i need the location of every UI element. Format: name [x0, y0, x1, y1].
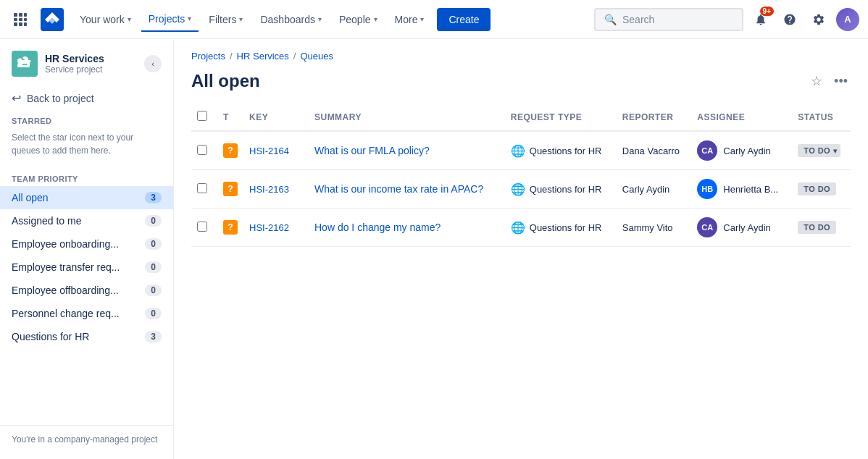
status-badge[interactable]: TO DO [798, 182, 836, 195]
issue-summary[interactable]: What is our FMLA policy? [314, 145, 430, 156]
svg-rect-8 [24, 22, 27, 26]
request-type-label: Questions for HR [530, 222, 602, 233]
project-icon [12, 51, 38, 77]
svg-rect-6 [14, 22, 17, 26]
app-switcher-button[interactable] [9, 8, 32, 31]
svg-rect-1 [19, 13, 22, 17]
col-reporter: Reporter [617, 104, 692, 131]
issue-key[interactable]: HSI-2163 [249, 184, 289, 195]
nav-filters[interactable]: Filters ▾ [201, 8, 250, 31]
svg-rect-7 [19, 22, 22, 26]
main-content: Projects / HR Services / Queues All open… [174, 39, 868, 459]
request-type-label: Questions for HR [530, 184, 602, 195]
nav-people[interactable]: People ▾ [332, 8, 385, 31]
star-button[interactable]: ☆ [808, 70, 825, 92]
sidebar-item-employee-offboarding[interactable]: Employee offboarding... 0 [0, 279, 173, 302]
topnav-right-section: 🔍 Search 9+ A [594, 8, 859, 31]
issue-summary[interactable]: How do I change my name? [314, 222, 441, 233]
search-placeholder: Search [622, 14, 654, 25]
svg-rect-4 [19, 18, 22, 21]
sidebar-project-info: HR Services Service project [45, 53, 137, 75]
col-assignee: Assignee [691, 104, 792, 131]
status-badge[interactable]: TO DO [798, 221, 836, 234]
assignee-name: Henrietta B... [723, 184, 778, 195]
sidebar: HR Services Service project ‹ ↩ Back to … [0, 39, 174, 459]
user-avatar[interactable]: A [836, 8, 859, 31]
team-priority-section-title: TEAM PRIORITY [0, 166, 173, 186]
col-type: T [217, 104, 243, 131]
issue-summary[interactable]: What is our income tax rate in APAC? [314, 183, 483, 195]
assignee-avatar: CA [697, 217, 717, 237]
sidebar-item-employee-transfer[interactable]: Employee transfer req... 0 [0, 256, 173, 279]
svg-rect-3 [14, 18, 17, 21]
nav-your-work[interactable]: Your work ▾ [72, 8, 138, 31]
search-icon: 🔍 [604, 14, 617, 25]
project-type: Service project [45, 64, 137, 75]
jira-logo[interactable] [41, 8, 64, 31]
chevron-down-icon: ▾ [374, 15, 377, 23]
svg-rect-0 [14, 13, 17, 17]
issue-type-icon: ? [223, 182, 238, 196]
svg-rect-5 [24, 18, 27, 21]
request-type: 🌐Questions for HR [511, 221, 611, 235]
sidebar-item-questions-for-hr[interactable]: Questions for HR 3 [0, 325, 173, 348]
row-checkbox[interactable] [197, 222, 207, 232]
back-arrow-icon: ↩ [12, 91, 21, 105]
starred-section-title: STARRED [0, 111, 173, 128]
breadcrumb-queues[interactable]: Queues [300, 51, 333, 62]
select-all-checkbox[interactable] [197, 111, 207, 121]
col-key: Key [243, 104, 309, 131]
sidebar-footer: You're in a company-managed project [0, 425, 173, 453]
row-checkbox[interactable] [197, 183, 207, 193]
sidebar-item-employee-onboarding[interactable]: Employee onboarding... 0 [0, 232, 173, 256]
sidebar-item-personnel-change[interactable]: Personnel change req... 0 [0, 302, 173, 325]
request-type: 🌐Questions for HR [511, 144, 611, 158]
request-type-icon: 🌐 [511, 144, 525, 158]
issue-key[interactable]: HSI-2164 [249, 146, 289, 156]
create-button[interactable]: Create [437, 8, 491, 31]
back-to-project-link[interactable]: ↩ Back to project [0, 85, 173, 111]
request-type-icon: 🌐 [511, 182, 525, 196]
nav-dashboards[interactable]: Dashboards ▾ [253, 8, 329, 31]
reporter-cell: Carly Aydin [617, 170, 692, 209]
reporter-cell: Sammy Vito [617, 209, 692, 247]
status-badge[interactable]: TO DO ▾ [798, 144, 840, 157]
chevron-down-icon: ▾ [420, 15, 424, 23]
table-row: ?HSI-2164What is our FMLA policy?🌐Questi… [191, 131, 851, 170]
col-summary: Summary [309, 104, 505, 131]
page-header-actions: ☆ ••• [808, 70, 851, 92]
svg-rect-2 [24, 13, 27, 17]
sidebar-item-all-open[interactable]: All open 3 [0, 186, 173, 209]
notification-badge: 9+ [760, 7, 774, 16]
help-button[interactable] [778, 8, 801, 31]
issue-key[interactable]: HSI-2162 [249, 222, 289, 233]
assignee-name: Carly Aydin [723, 222, 771, 233]
assignee-cell: HBHenrietta B... [697, 179, 786, 199]
chevron-down-icon: ▾ [318, 15, 322, 23]
more-options-button[interactable]: ••• [831, 71, 851, 92]
main-layout: HR Services Service project ‹ ↩ Back to … [0, 39, 868, 459]
reporter-cell: Dana Vacarro [617, 131, 692, 170]
breadcrumb-projects[interactable]: Projects [191, 51, 225, 62]
assignee-avatar: CA [697, 140, 717, 161]
table-row: ?HSI-2163What is our income tax rate in … [191, 170, 851, 209]
assignee-cell: CACarly Aydin [697, 217, 786, 237]
nav-more[interactable]: More ▾ [388, 8, 432, 31]
row-checkbox[interactable] [197, 145, 207, 155]
sidebar-collapse-button[interactable]: ‹ [144, 55, 162, 72]
notifications-button[interactable]: 9+ [749, 8, 772, 31]
assignee-name: Carly Aydin [723, 146, 771, 156]
col-request-type: Request Type [505, 104, 617, 131]
nav-projects[interactable]: Projects ▾ [141, 7, 199, 32]
breadcrumb: Projects / HR Services / Queues [174, 39, 868, 67]
project-name: HR Services [45, 53, 137, 64]
sidebar-collapse-wrapper: ‹ [144, 55, 162, 72]
breadcrumb-hr-services[interactable]: HR Services [237, 51, 289, 62]
sidebar-item-assigned-to-me[interactable]: Assigned to me 0 [0, 209, 173, 232]
search-bar[interactable]: 🔍 Search [594, 8, 743, 31]
settings-button[interactable] [807, 8, 830, 31]
chevron-down-icon: ▾ [188, 14, 191, 22]
request-type: 🌐Questions for HR [511, 182, 611, 196]
request-type-label: Questions for HR [530, 146, 602, 156]
starred-hint: Select the star icon next to your queues… [0, 128, 173, 166]
